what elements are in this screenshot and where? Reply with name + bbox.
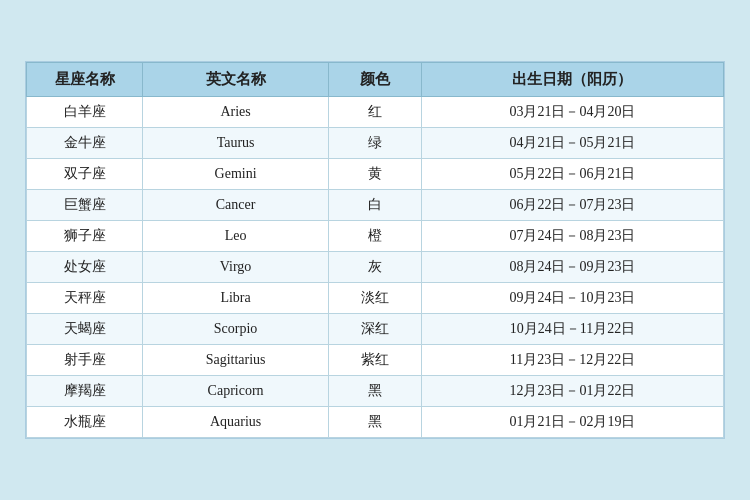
- header-english: 英文名称: [143, 63, 329, 97]
- cell-color: 红: [329, 97, 422, 128]
- cell-english: Gemini: [143, 159, 329, 190]
- cell-color: 深红: [329, 314, 422, 345]
- header-date: 出生日期（阳历）: [421, 63, 723, 97]
- cell-color: 灰: [329, 252, 422, 283]
- table-row: 巨蟹座Cancer白06月22日－07月23日: [27, 190, 724, 221]
- cell-color: 黑: [329, 376, 422, 407]
- cell-color: 黄: [329, 159, 422, 190]
- header-color: 颜色: [329, 63, 422, 97]
- cell-date: 07月24日－08月23日: [421, 221, 723, 252]
- table-row: 射手座Sagittarius紫红11月23日－12月22日: [27, 345, 724, 376]
- cell-english: Aquarius: [143, 407, 329, 438]
- table-row: 天秤座Libra淡红09月24日－10月23日: [27, 283, 724, 314]
- cell-english: Sagittarius: [143, 345, 329, 376]
- cell-color: 黑: [329, 407, 422, 438]
- cell-date: 05月22日－06月21日: [421, 159, 723, 190]
- table-row: 处女座Virgo灰08月24日－09月23日: [27, 252, 724, 283]
- table-row: 金牛座Taurus绿04月21日－05月21日: [27, 128, 724, 159]
- cell-english: Capricorn: [143, 376, 329, 407]
- cell-date: 01月21日－02月19日: [421, 407, 723, 438]
- cell-chinese: 处女座: [27, 252, 143, 283]
- table-row: 白羊座Aries红03月21日－04月20日: [27, 97, 724, 128]
- cell-chinese: 天蝎座: [27, 314, 143, 345]
- cell-chinese: 摩羯座: [27, 376, 143, 407]
- cell-english: Taurus: [143, 128, 329, 159]
- cell-date: 11月23日－12月22日: [421, 345, 723, 376]
- cell-color: 淡红: [329, 283, 422, 314]
- table-header-row: 星座名称 英文名称 颜色 出生日期（阳历）: [27, 63, 724, 97]
- cell-english: Leo: [143, 221, 329, 252]
- zodiac-table: 星座名称 英文名称 颜色 出生日期（阳历） 白羊座Aries红03月21日－04…: [26, 62, 724, 438]
- cell-color: 紫红: [329, 345, 422, 376]
- table-body: 白羊座Aries红03月21日－04月20日金牛座Taurus绿04月21日－0…: [27, 97, 724, 438]
- cell-chinese: 射手座: [27, 345, 143, 376]
- cell-english: Scorpio: [143, 314, 329, 345]
- cell-english: Cancer: [143, 190, 329, 221]
- cell-chinese: 狮子座: [27, 221, 143, 252]
- table-row: 狮子座Leo橙07月24日－08月23日: [27, 221, 724, 252]
- cell-date: 03月21日－04月20日: [421, 97, 723, 128]
- cell-color: 橙: [329, 221, 422, 252]
- cell-chinese: 双子座: [27, 159, 143, 190]
- cell-date: 12月23日－01月22日: [421, 376, 723, 407]
- cell-chinese: 白羊座: [27, 97, 143, 128]
- cell-date: 08月24日－09月23日: [421, 252, 723, 283]
- cell-chinese: 金牛座: [27, 128, 143, 159]
- cell-english: Libra: [143, 283, 329, 314]
- cell-chinese: 水瓶座: [27, 407, 143, 438]
- cell-color: 白: [329, 190, 422, 221]
- cell-chinese: 天秤座: [27, 283, 143, 314]
- zodiac-table-container: 星座名称 英文名称 颜色 出生日期（阳历） 白羊座Aries红03月21日－04…: [25, 61, 725, 439]
- table-row: 双子座Gemini黄05月22日－06月21日: [27, 159, 724, 190]
- cell-chinese: 巨蟹座: [27, 190, 143, 221]
- cell-date: 06月22日－07月23日: [421, 190, 723, 221]
- table-row: 天蝎座Scorpio深红10月24日－11月22日: [27, 314, 724, 345]
- header-chinese: 星座名称: [27, 63, 143, 97]
- cell-date: 04月21日－05月21日: [421, 128, 723, 159]
- cell-color: 绿: [329, 128, 422, 159]
- cell-date: 09月24日－10月23日: [421, 283, 723, 314]
- cell-english: Virgo: [143, 252, 329, 283]
- cell-date: 10月24日－11月22日: [421, 314, 723, 345]
- table-row: 水瓶座Aquarius黑01月21日－02月19日: [27, 407, 724, 438]
- table-row: 摩羯座Capricorn黑12月23日－01月22日: [27, 376, 724, 407]
- cell-english: Aries: [143, 97, 329, 128]
